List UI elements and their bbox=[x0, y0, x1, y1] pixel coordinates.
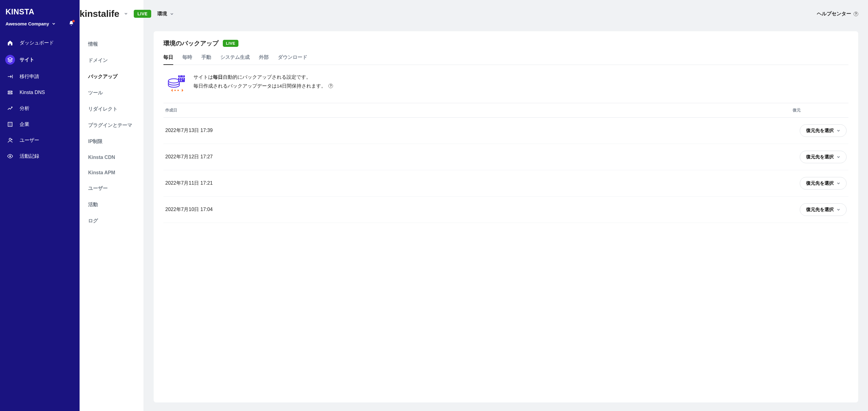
building-icon bbox=[6, 120, 14, 128]
sec-nav-item[interactable]: リダイレクト bbox=[80, 102, 144, 117]
col-restore: 復元 bbox=[793, 108, 801, 113]
trend-icon bbox=[6, 105, 14, 112]
info-help-icon[interactable]: ? bbox=[329, 84, 333, 88]
backup-date: 2022年7月11日 17:21 bbox=[165, 180, 213, 186]
chevron-down-icon bbox=[837, 155, 840, 159]
home-icon bbox=[6, 39, 14, 47]
help-center-link[interactable]: ヘルプセンター ? bbox=[817, 11, 858, 17]
restore-button[interactable]: 復元先を選択 bbox=[800, 203, 846, 216]
sec-nav-item[interactable]: ユーザー bbox=[80, 181, 144, 196]
migrate-icon bbox=[6, 72, 14, 81]
svg-rect-15 bbox=[181, 80, 182, 81]
dns-icon bbox=[6, 89, 14, 96]
primary-nav: ダッシュボードサイト移行申請Kinsta DNS分析企業ユーザー活動記録 bbox=[0, 32, 80, 167]
sec-nav-item[interactable]: Kinsta APM bbox=[80, 166, 144, 180]
sec-nav-item[interactable]: ツール bbox=[80, 85, 144, 100]
svg-point-3 bbox=[9, 138, 11, 140]
chevron-down-icon bbox=[837, 208, 840, 211]
layers-icon bbox=[5, 55, 15, 65]
svg-rect-13 bbox=[183, 79, 184, 79]
nav-item-home[interactable]: ダッシュボード bbox=[4, 35, 76, 50]
sec-nav-item[interactable]: 活動 bbox=[80, 197, 144, 212]
nav-item-building[interactable]: 企業 bbox=[4, 117, 76, 132]
main-header: kinstalife LIVE 環境 ヘルプセンター ? bbox=[154, 8, 858, 19]
nav-label: サイト bbox=[20, 57, 34, 63]
col-created: 作成日 bbox=[165, 108, 177, 113]
nav-item-eye[interactable]: 活動記録 bbox=[4, 149, 76, 164]
eye-icon bbox=[6, 152, 14, 160]
notifications-button[interactable] bbox=[68, 21, 74, 27]
svg-point-1 bbox=[11, 93, 12, 94]
restore-label: 復元先を選択 bbox=[806, 154, 834, 160]
tab-ダウンロード[interactable]: ダウンロード bbox=[278, 54, 307, 65]
info-line-2: 毎日作成されるバックアップデータは14日間保持されます。 ? bbox=[193, 82, 333, 89]
main-content: kinstalife LIVE 環境 ヘルプセンター ? 環境のバックアップ L… bbox=[144, 0, 868, 411]
backup-rows: 2022年7月13日 17:39復元先を選択2022年7月12日 17:27復元… bbox=[163, 118, 848, 223]
svg-rect-12 bbox=[181, 79, 182, 79]
nav-label: 企業 bbox=[20, 121, 29, 128]
backup-date: 2022年7月12日 17:27 bbox=[165, 154, 213, 160]
restore-button[interactable]: 復元先を選択 bbox=[800, 151, 846, 163]
secondary-sidebar: 情報ドメインバックアップツールリダイレクトプラグインとテーマIP制限Kinsta… bbox=[80, 0, 144, 411]
nav-item-layers[interactable]: サイト bbox=[4, 52, 76, 68]
tab-手動[interactable]: 手動 bbox=[202, 54, 211, 65]
sec-nav-item[interactable]: プラグインとテーマ bbox=[80, 118, 144, 133]
sec-nav-item[interactable]: IP制限 bbox=[80, 134, 144, 149]
nav-label: 分析 bbox=[20, 105, 29, 112]
sec-nav-item[interactable]: ログ bbox=[80, 213, 144, 229]
company-name: Awesome Company bbox=[5, 21, 49, 26]
svg-point-4 bbox=[11, 139, 12, 140]
svg-point-0 bbox=[11, 91, 12, 92]
restore-label: 復元先を選択 bbox=[806, 128, 834, 134]
sec-nav-item[interactable]: バックアップ bbox=[80, 69, 144, 84]
svg-rect-2 bbox=[8, 122, 12, 126]
tab-毎日[interactable]: 毎日 bbox=[163, 54, 173, 65]
chevron-down-icon bbox=[170, 12, 174, 16]
backup-date: 2022年7月13日 17:39 bbox=[165, 127, 213, 134]
environment-selector[interactable]: 環境 bbox=[157, 11, 174, 17]
backup-panel: 環境のバックアップ LIVE 毎日毎時手動システム生成外部ダウンロード bbox=[154, 31, 858, 403]
svg-rect-16 bbox=[175, 90, 176, 91]
svg-point-6 bbox=[168, 79, 179, 83]
nav-item-migrate[interactable]: 移行申請 bbox=[4, 69, 76, 84]
site-dropdown[interactable] bbox=[124, 11, 128, 17]
nav-item-trend[interactable]: 分析 bbox=[4, 101, 76, 116]
nav-item-dns[interactable]: Kinsta DNS bbox=[4, 85, 76, 100]
sec-nav-item[interactable]: Kinsta CDN bbox=[80, 150, 144, 165]
info-banner: サイトは毎日自動的にバックアップされる設定です。 毎日作成されるバックアップデー… bbox=[163, 72, 848, 103]
nav-label: ユーザー bbox=[20, 137, 39, 144]
brand-logo: KINSTA bbox=[5, 7, 34, 16]
primary-sidebar: KINSTA Awesome Company ダッシュボードサイト移行申請Kin… bbox=[0, 0, 80, 411]
restore-label: 復元先を選択 bbox=[806, 207, 834, 212]
sec-nav-item[interactable]: 情報 bbox=[80, 37, 144, 52]
table-row: 2022年7月13日 17:39復元先を選択 bbox=[163, 118, 848, 144]
nav-label: 活動記録 bbox=[20, 153, 39, 159]
restore-button[interactable]: 復元先を選択 bbox=[800, 124, 846, 137]
table-row: 2022年7月10日 17:04復元先を選択 bbox=[163, 197, 848, 223]
help-label: ヘルプセンター bbox=[817, 11, 851, 17]
sec-nav-item[interactable]: ドメイン bbox=[80, 53, 144, 68]
tab-外部[interactable]: 外部 bbox=[259, 54, 269, 65]
table-row: 2022年7月11日 17:21復元先を選択 bbox=[163, 170, 848, 197]
live-badge: LIVE bbox=[134, 10, 151, 18]
tab-システム生成[interactable]: システム生成 bbox=[220, 54, 250, 65]
nav-label: Kinsta DNS bbox=[20, 90, 45, 95]
secondary-nav: 情報ドメインバックアップツールリダイレクトプラグインとテーマIP制限Kinsta… bbox=[80, 8, 144, 229]
svg-rect-17 bbox=[178, 90, 179, 91]
nav-item-user[interactable]: ユーザー bbox=[4, 133, 76, 148]
svg-point-10 bbox=[183, 76, 184, 77]
live-badge: LIVE bbox=[223, 40, 239, 47]
chevron-down-icon bbox=[52, 22, 55, 25]
backup-tabs: 毎日毎時手動システム生成外部ダウンロード bbox=[163, 54, 848, 65]
table-row: 2022年7月12日 17:27復元先を選択 bbox=[163, 144, 848, 170]
company-selector[interactable]: Awesome Company bbox=[5, 21, 55, 26]
chevron-down-icon bbox=[837, 129, 840, 132]
tab-毎時[interactable]: 毎時 bbox=[182, 54, 192, 65]
restore-button[interactable]: 復元先を選択 bbox=[800, 177, 846, 189]
environment-label: 環境 bbox=[157, 11, 167, 17]
help-icon: ? bbox=[854, 12, 858, 16]
backup-date: 2022年7月10日 17:04 bbox=[165, 206, 213, 213]
svg-point-9 bbox=[180, 76, 181, 77]
user-icon bbox=[6, 136, 14, 144]
nav-label: 移行申請 bbox=[20, 74, 39, 80]
